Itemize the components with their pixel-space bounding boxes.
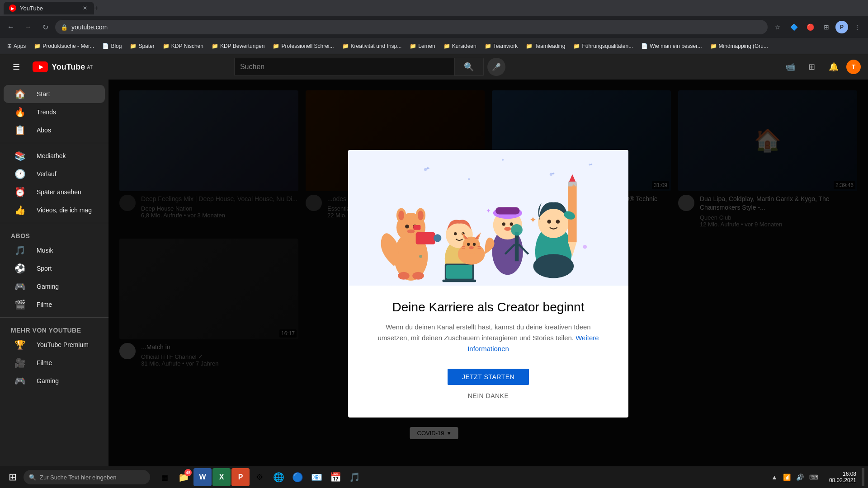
svg-line-62 bbox=[462, 246, 465, 247]
sidebar-item-musik[interactable]: 🎵 Musik bbox=[4, 241, 105, 259]
file-explorer-app[interactable]: 📁 48 bbox=[175, 468, 193, 486]
new-tab-button[interactable]: + bbox=[94, 4, 98, 12]
bookmark-11[interactable]: 📁 Teamleading bbox=[522, 41, 569, 51]
tab-close-button[interactable]: ✕ bbox=[81, 5, 89, 12]
bookmark-star-button[interactable]: ☆ bbox=[770, 20, 785, 34]
sidebar-label-filme: Filme bbox=[37, 301, 52, 308]
search-button[interactable]: 🔍 bbox=[455, 58, 484, 76]
sidebar-item-premium[interactable]: 🏆 YouTube Premium bbox=[4, 336, 105, 354]
svg-point-22 bbox=[412, 272, 424, 280]
start-button[interactable]: ⊞ bbox=[4, 468, 22, 486]
youtube-logo[interactable]: YouTube AT bbox=[33, 61, 93, 72]
svg-point-66 bbox=[583, 245, 587, 249]
sidebar-item-filme[interactable]: 🎬 Filme bbox=[4, 296, 105, 314]
sidebar-label-abos: Abos bbox=[37, 127, 51, 134]
sidebar-item-start[interactable]: 🏠 Start bbox=[4, 85, 105, 103]
modal: ✦ ✦ ✦ bbox=[348, 150, 628, 418]
profile-avatar[interactable]: P bbox=[835, 21, 848, 33]
bookmark-1[interactable]: 📁 Produktsuche - Mer... bbox=[30, 41, 98, 51]
powerpoint-app[interactable]: P bbox=[231, 468, 250, 486]
bookmark-7[interactable]: 📁 Kreativität und Insp... bbox=[339, 41, 406, 51]
bookmark-3[interactable]: 📁 Später bbox=[126, 41, 158, 51]
svg-line-64 bbox=[477, 246, 480, 247]
bookmark-5[interactable]: 📁 KDP Bewertungen bbox=[208, 41, 269, 51]
sidebar-label-liked: Videos, die ich mag bbox=[37, 206, 92, 214]
browser-menu-button[interactable]: ⋮ bbox=[850, 20, 864, 34]
folder-icon-8: 📁 bbox=[443, 43, 450, 49]
svg-point-25 bbox=[454, 232, 457, 235]
bookmark-6[interactable]: 📁 Professionell Schrei... bbox=[269, 41, 337, 51]
sidebar-item-trends[interactable]: 🔥 Trends bbox=[4, 103, 105, 121]
clock-date: 08.02.2021 bbox=[829, 477, 856, 483]
upload-button[interactable]: 📹 bbox=[781, 58, 799, 76]
dismiss-button[interactable]: NEIN DANKE bbox=[468, 392, 509, 399]
user-avatar[interactable]: T bbox=[846, 60, 861, 74]
show-desktop-button[interactable] bbox=[862, 468, 864, 486]
folder-icon-11: 📁 bbox=[573, 43, 580, 49]
extension-button-1[interactable]: 🔷 bbox=[787, 20, 801, 34]
svg-text:✦: ✦ bbox=[425, 165, 430, 172]
start-button[interactable]: JETZT STARTEN bbox=[448, 369, 529, 385]
filme-icon: 🎬 bbox=[14, 299, 26, 310]
back-button[interactable]: ← bbox=[4, 20, 18, 34]
sidebar-label-filme2: Filme bbox=[37, 359, 52, 366]
sidebar-item-abos[interactable]: 📋 Abos bbox=[4, 121, 105, 139]
sport-icon: ⚽ bbox=[14, 263, 26, 274]
svg-point-46 bbox=[547, 220, 551, 224]
forward-button[interactable]: → bbox=[21, 20, 35, 34]
volume-icon[interactable]: 🔊 bbox=[794, 472, 806, 483]
keyboard-icon[interactable]: ⌨ bbox=[807, 472, 820, 483]
bookmark-apps[interactable]: ⊞ Apps bbox=[4, 41, 29, 51]
sidebar-label-gaming2: Gaming bbox=[37, 377, 59, 385]
svg-point-61 bbox=[469, 246, 474, 249]
tray-up-arrow[interactable]: ▲ bbox=[769, 472, 779, 483]
bookmark-8[interactable]: 📁 Lernen bbox=[406, 41, 439, 51]
sidebar-item-sport[interactable]: ⚽ Sport bbox=[4, 259, 105, 277]
trends-icon: 🔥 bbox=[14, 107, 26, 117]
refresh-button[interactable]: ↻ bbox=[38, 20, 52, 34]
bookmark-2[interactable]: 📄 Blog bbox=[99, 41, 125, 51]
word-app[interactable]: W bbox=[193, 468, 212, 486]
bookmark-teamwork[interactable]: 📁 Teamwork bbox=[481, 41, 522, 51]
modal-content: Deine Karriere als Creator beginnt Wenn … bbox=[348, 286, 628, 418]
svg-point-67 bbox=[419, 255, 422, 258]
sidebar-item-gaming[interactable]: 🎮 Gaming bbox=[4, 277, 105, 296]
edge-app[interactable]: 🔵 bbox=[288, 468, 307, 486]
sidebar-item-gaming2[interactable]: 🎮 Gaming bbox=[4, 372, 105, 390]
bookmark-9[interactable]: 📁 Kursideen bbox=[440, 41, 480, 51]
taskbar-clock[interactable]: 16:08 08.02.2021 bbox=[826, 471, 860, 483]
menu-button[interactable]: ☰ bbox=[7, 58, 25, 76]
network-icon[interactable]: 📶 bbox=[781, 472, 793, 483]
active-tab[interactable]: ▶ YouTube ✕ bbox=[4, 2, 94, 14]
apps-button[interactable]: ⊞ bbox=[819, 20, 834, 34]
apps-grid-button[interactable]: ⊞ bbox=[803, 58, 821, 76]
folder-icon-3: 📁 bbox=[163, 43, 170, 49]
bookmark-12[interactable]: 📁 Führungsqualitäten... bbox=[570, 41, 637, 51]
sidebar-item-mediathek[interactable]: 📚 Mediathek bbox=[4, 147, 105, 165]
taskbar-search-box[interactable]: 🔍 Zur Suche Text hier eingeben bbox=[24, 470, 150, 484]
music-app[interactable]: 🎵 bbox=[345, 468, 363, 486]
folder-icon-12: 📁 bbox=[710, 43, 717, 49]
extension-button-2[interactable]: 🔴 bbox=[803, 20, 817, 34]
calendar-app[interactable]: 📅 bbox=[326, 468, 344, 486]
mail-app[interactable]: 📧 bbox=[307, 468, 326, 486]
voice-search-button[interactable]: 🎤 bbox=[487, 58, 505, 76]
notifications-button[interactable]: 🔔 bbox=[825, 58, 843, 76]
bookmark-14[interactable]: 📁 Mindmapping (Gru... bbox=[707, 41, 772, 51]
svg-rect-20 bbox=[413, 225, 420, 230]
taskview-button[interactable]: ▦ bbox=[156, 468, 174, 486]
excel-app[interactable]: X bbox=[212, 468, 231, 486]
mediathek-icon: 📚 bbox=[14, 150, 26, 161]
sidebar-item-liked[interactable]: 👍 Videos, die ich mag bbox=[4, 201, 105, 219]
sidebar-item-verlauf[interactable]: 🕐 Verlauf bbox=[4, 165, 105, 183]
chrome-app[interactable]: 🌐 bbox=[269, 468, 288, 486]
address-bar[interactable]: 🔒 youtube.com bbox=[55, 20, 768, 34]
bookmark-13[interactable]: 📄 Wie man ein besser... bbox=[637, 41, 705, 51]
search-box[interactable]: Suchen bbox=[234, 58, 455, 76]
bookmark-4[interactable]: 📁 KDP Nischen bbox=[159, 41, 207, 51]
sidebar-item-filme2[interactable]: 🎥 Filme bbox=[4, 354, 105, 372]
sidebar-item-spaeter[interactable]: ⏰ Später ansehen bbox=[4, 183, 105, 201]
modal-overlay[interactable]: ✦ ✦ ✦ bbox=[108, 80, 868, 488]
search-container: Suchen 🔍 🎤 bbox=[234, 58, 505, 76]
settings-app[interactable]: ⚙ bbox=[250, 468, 269, 486]
